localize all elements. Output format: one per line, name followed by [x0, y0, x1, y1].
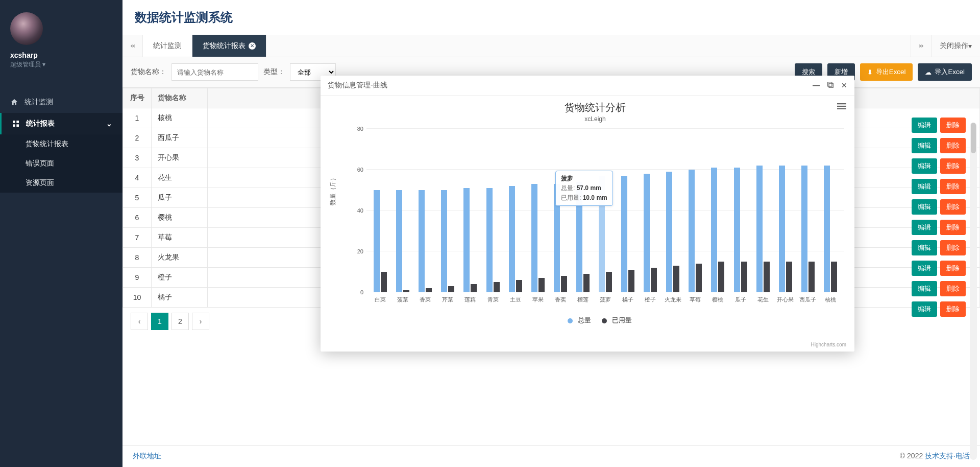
- chart-category[interactable]: 花生: [752, 166, 774, 292]
- edit-button[interactable]: 编辑: [912, 301, 937, 317]
- bar-used[interactable]: [651, 268, 657, 292]
- tabs-scroll-left[interactable]: [122, 35, 143, 57]
- bar-used[interactable]: [381, 272, 387, 292]
- delete-button[interactable]: 删除: [940, 220, 966, 235]
- pager-next[interactable]: ›: [192, 313, 209, 330]
- delete-button[interactable]: 删除: [940, 240, 966, 255]
- export-excel-button[interactable]: ⬇ 导出Excel: [860, 63, 913, 81]
- delete-button[interactable]: 删除: [940, 138, 966, 153]
- close-tab-icon[interactable]: ✕: [249, 42, 256, 50]
- footer-left-link[interactable]: 外联地址: [133, 452, 161, 461]
- tab-monitor[interactable]: 统计监测: [143, 35, 192, 57]
- bar-total[interactable]: [801, 166, 807, 292]
- bar-total[interactable]: [396, 190, 402, 292]
- bar-total[interactable]: [486, 188, 493, 292]
- bar-total[interactable]: [689, 170, 695, 292]
- chart-category[interactable]: 莲藕: [459, 188, 481, 292]
- subnav-item-goods-report[interactable]: 货物统计报表: [0, 134, 122, 154]
- edit-button[interactable]: 编辑: [912, 220, 937, 235]
- chart-category[interactable]: 橘子: [617, 176, 639, 292]
- scroll-thumb[interactable]: [971, 123, 976, 153]
- edit-button[interactable]: 编辑: [912, 240, 937, 255]
- bar-used[interactable]: [696, 264, 702, 292]
- bar-total[interactable]: [419, 190, 425, 292]
- role-dropdown[interactable]: 超级管理员 ▾: [10, 60, 112, 69]
- bar-total[interactable]: [374, 190, 380, 292]
- chart-credit[interactable]: Highcharts.com: [811, 342, 846, 347]
- bar-total[interactable]: [666, 172, 672, 292]
- bar-used[interactable]: [808, 262, 815, 292]
- close-ops-dropdown[interactable]: 关闭操作 ▾: [931, 35, 980, 57]
- delete-button[interactable]: 删除: [940, 281, 966, 296]
- bar-used[interactable]: [448, 286, 454, 292]
- chart-category[interactable]: 橙子: [639, 174, 662, 292]
- edit-button[interactable]: 编辑: [912, 281, 937, 296]
- bar-total[interactable]: [644, 174, 650, 292]
- chart-menu-icon[interactable]: [837, 102, 846, 112]
- chart-category[interactable]: 香菜: [414, 190, 436, 292]
- legend-label-total[interactable]: 总量: [578, 316, 591, 324]
- edit-button[interactable]: 编辑: [912, 179, 937, 194]
- chart-category[interactable]: 核桃: [819, 166, 842, 292]
- bar-used[interactable]: [786, 262, 792, 292]
- chart-category[interactable]: 瓜子: [729, 168, 752, 292]
- subnav-item-resource-page[interactable]: 资源页面: [0, 173, 122, 193]
- bar-used[interactable]: [561, 276, 567, 292]
- bar-used[interactable]: [831, 262, 837, 292]
- scrollbar-vertical[interactable]: [970, 123, 977, 460]
- chart-category[interactable]: 青菜: [481, 188, 504, 292]
- chart-category[interactable]: 火龙果: [662, 172, 684, 292]
- chart-category[interactable]: 草莓: [684, 170, 706, 292]
- bar-used[interactable]: [538, 278, 545, 292]
- edit-button[interactable]: 编辑: [912, 158, 937, 174]
- chart-category[interactable]: 芹菜: [436, 190, 459, 292]
- bar-total[interactable]: [779, 166, 785, 292]
- chart-category[interactable]: 樱桃: [706, 168, 729, 292]
- bar-used[interactable]: [426, 288, 432, 292]
- modal-minimize-icon[interactable]: —: [813, 81, 820, 90]
- bar-used[interactable]: [673, 266, 679, 292]
- delete-button[interactable]: 删除: [940, 301, 966, 317]
- chart-category[interactable]: 苹果: [527, 184, 549, 292]
- bar-used[interactable]: [471, 284, 477, 292]
- edit-button[interactable]: 编辑: [912, 138, 937, 153]
- modal-maximize-icon[interactable]: [827, 81, 834, 90]
- avatar[interactable]: [10, 12, 43, 45]
- chart-category[interactable]: 菠菜: [391, 190, 414, 292]
- bar-used[interactable]: [628, 270, 634, 292]
- tabs-scroll-right[interactable]: [911, 35, 931, 57]
- chart-category[interactable]: 白菜: [369, 190, 391, 292]
- bar-total[interactable]: [441, 190, 447, 292]
- tab-goods-report[interactable]: 货物统计报表 ✕: [192, 35, 266, 57]
- legend-label-used[interactable]: 已用量: [612, 316, 632, 324]
- bar-total[interactable]: [621, 176, 627, 292]
- delete-button[interactable]: 删除: [940, 261, 966, 276]
- delete-button[interactable]: 删除: [940, 199, 966, 215]
- bar-used[interactable]: [741, 262, 747, 292]
- pager-page-1[interactable]: 1: [151, 313, 168, 330]
- modal-close-icon[interactable]: ✕: [841, 81, 847, 90]
- bar-total[interactable]: [824, 166, 830, 292]
- bar-used[interactable]: [606, 272, 612, 292]
- modal-header[interactable]: 货物信息管理-曲线 — ✕: [321, 76, 854, 96]
- delete-button[interactable]: 删除: [940, 118, 966, 133]
- pager-prev[interactable]: ‹: [131, 313, 148, 330]
- bar-total[interactable]: [734, 168, 740, 292]
- subnav-item-error-page[interactable]: 错误页面: [0, 154, 122, 173]
- nav-item-reports[interactable]: 统计报表 ⌄: [0, 113, 122, 134]
- bar-total[interactable]: [756, 166, 763, 292]
- bar-total[interactable]: [711, 168, 717, 292]
- edit-button[interactable]: 编辑: [912, 199, 937, 215]
- bar-used[interactable]: [718, 262, 724, 292]
- bar-total[interactable]: [509, 186, 515, 292]
- bar-total[interactable]: [463, 188, 470, 292]
- nav-item-monitor[interactable]: 统计监测: [0, 91, 122, 113]
- input-goods-name[interactable]: [172, 63, 258, 81]
- import-excel-button[interactable]: ☁ 导入Excel: [918, 63, 972, 81]
- chart-category[interactable]: 土豆: [504, 186, 527, 292]
- bar-total[interactable]: [531, 184, 537, 292]
- bar-used[interactable]: [403, 290, 409, 292]
- pager-page-2[interactable]: 2: [172, 313, 189, 330]
- delete-button[interactable]: 删除: [940, 158, 966, 174]
- chart-category[interactable]: 开心果: [774, 166, 797, 292]
